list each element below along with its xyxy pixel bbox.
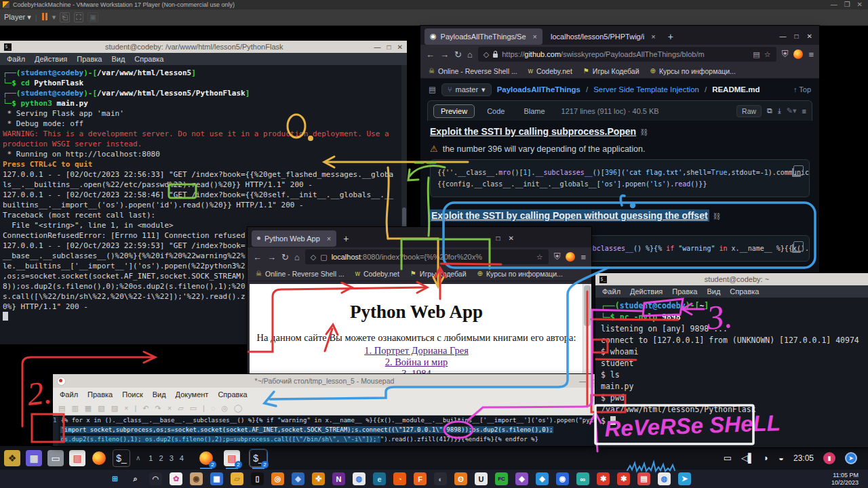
outline-icon[interactable]: ≡ — [802, 107, 806, 115]
bookmark-item[interactable]: ⚑Игры Кодебай — [583, 67, 639, 75]
book-link-1[interactable]: 1. Портрет Дориана Грея — [250, 345, 583, 357]
menu-item-справка[interactable]: Справка — [134, 55, 163, 63]
toolbar-icon[interactable]: ▦ — [85, 404, 92, 413]
app-arrows[interactable]: ✜ — [312, 472, 325, 485]
branch-selector[interactable]: ⑂master ▾ — [441, 83, 492, 96]
bookmark-star-icon[interactable]: ☆ — [764, 50, 771, 59]
minimize-button[interactable]: — — [780, 33, 787, 40]
bookmark-item[interactable]: wCodeby.net — [528, 67, 572, 75]
toolbar-icon[interactable]: ▨ — [111, 404, 118, 413]
app-gear-red[interactable]: ✱ — [597, 472, 610, 485]
titlebar[interactable]: $_ student@codeby: ~ — [595, 273, 868, 285]
bookmark-item[interactable]: ☠Online - Reverse Shell ... — [256, 270, 344, 278]
close-button[interactable]: ✕ — [857, 0, 863, 9]
close-tab-icon[interactable]: × — [651, 33, 655, 41]
reload-icon[interactable]: ↻ — [454, 49, 462, 60]
menu-item-правка[interactable]: Правка — [77, 55, 102, 63]
close-button[interactable]: ✕ — [508, 235, 513, 242]
breadcrumb-repo-link[interactable]: PayloadsAllTheThings — [497, 85, 580, 94]
app-blender[interactable]: ʘ — [454, 472, 467, 485]
app-menu-icon[interactable]: ▦ — [26, 450, 42, 466]
screen-lock-icon[interactable]: ▮ — [823, 452, 835, 464]
pause-dropdown[interactable]: ▾ — [52, 13, 56, 22]
toolbar-icon[interactable]: ↷ — [155, 404, 161, 413]
editor-text-area[interactable]: 1 {% for x in ().__class__.__base__.__su… — [53, 415, 600, 446]
menu-item-вид[interactable]: Вид — [153, 390, 166, 399]
shield-icon[interactable]: ◇ — [311, 253, 316, 262]
chevron-up-icon[interactable]: ∧ — [136, 454, 140, 462]
close-tab-icon[interactable]: × — [327, 235, 331, 243]
url-bar[interactable]: ◇ https://github.com/swisskyrepo/Payload… — [478, 47, 776, 62]
toolbar-icon[interactable]: ◯ — [234, 404, 242, 413]
reader-view-icon[interactable]: ▤ — [753, 50, 760, 59]
toolbar-icon[interactable]: ▭ — [190, 404, 197, 413]
display-icon[interactable]: ▭ — [724, 453, 732, 463]
toolbar-icon[interactable]: ↶ — [142, 404, 149, 413]
maximize-button[interactable]: □ — [496, 235, 500, 242]
book-link-2[interactable]: 2. Война и мир — [250, 357, 583, 368]
app-map-pin[interactable]: ◉ — [556, 472, 569, 485]
copy-code-icon[interactable] — [793, 241, 804, 251]
bookmark-item[interactable]: ⊕Курсы по информаци... — [477, 270, 563, 278]
terminal-icon[interactable]: $_ — [113, 449, 130, 467]
bookmark-item[interactable]: ⚑Игры Кодебай — [410, 270, 467, 278]
app-chrome2[interactable]: ◍ — [658, 472, 671, 485]
tracking-shield-icon[interactable]: ⛨ — [554, 251, 561, 262]
menu-item-правка[interactable]: Правка — [672, 287, 697, 296]
menu-item-справка[interactable]: Справка — [730, 287, 759, 296]
toolbar-icon[interactable]: ▧ — [98, 404, 104, 413]
bookmark-star-icon[interactable]: ☆ — [536, 253, 543, 262]
start-button[interactable]: ⊞ — [108, 472, 121, 485]
menu-icon[interactable]: ≡ — [808, 49, 814, 60]
toolbar-icon[interactable]: ◎ — [221, 404, 228, 413]
app-edge[interactable]: e — [373, 472, 386, 485]
forward-icon[interactable]: → — [267, 252, 276, 262]
ctrl-alt-del-icon[interactable]: ⎗ — [60, 12, 70, 22]
volume-icon[interactable]: ◁▌ — [741, 453, 754, 463]
home-icon[interactable]: ⌂ — [467, 49, 473, 60]
fullscreen-icon[interactable]: ⛶ — [74, 12, 83, 22]
app-onenote[interactable]: N — [332, 472, 345, 485]
edit-pencil-icon[interactable]: ✎▾ — [787, 106, 797, 115]
breadcrumb-section-link[interactable]: Server Side Template Injection — [593, 85, 699, 94]
tracking-shield-icon[interactable]: ⛨ — [782, 49, 789, 60]
menu-item-документ[interactable]: Документ — [176, 390, 209, 399]
app-teal[interactable]: ∞ — [576, 472, 589, 485]
minimize-button[interactable]: — — [481, 235, 488, 242]
maximize-button[interactable]: □ — [387, 43, 391, 51]
player-menu[interactable]: Player ▾ — [4, 13, 31, 22]
copy-icon[interactable]: ⧉ — [767, 106, 772, 115]
tab-blame[interactable]: Blame — [517, 105, 551, 117]
file-manager-icon[interactable]: ▭ — [47, 450, 64, 466]
app-fc[interactable]: FC — [495, 472, 508, 485]
toolbar-icon[interactable]: ▤ — [58, 404, 65, 413]
url-bar[interactable]: ◇ ▢ localhost:8080/index?book={%%20for%2… — [305, 249, 549, 264]
app-calendar[interactable]: ▦ — [210, 472, 223, 485]
toolbar-icon[interactable]: × — [167, 404, 172, 412]
forward-icon[interactable]: → — [440, 49, 449, 60]
app-vs[interactable]: ◆ — [515, 472, 528, 485]
menu-item-правка[interactable]: Правка — [87, 390, 113, 399]
back-icon[interactable]: ← — [426, 49, 435, 60]
bookmark-item[interactable]: ⊕Курсы по информаци... — [650, 67, 736, 75]
close-button[interactable]: ✕ — [397, 43, 403, 51]
minimize-button[interactable]: — — [579, 378, 586, 385]
firefox-account-icon[interactable] — [793, 49, 803, 59]
firefox-icon[interactable] — [91, 450, 107, 466]
toolbar-icon[interactable]: ▥ — [71, 404, 78, 413]
session-icon[interactable]: ➤ — [845, 452, 857, 464]
firefox-account-icon[interactable] — [566, 252, 575, 262]
menu-item-файл[interactable]: Файл — [7, 55, 25, 63]
bookmark-item[interactable]: ☠Online - Reverse Shell ... — [429, 67, 517, 75]
app-unreal[interactable]: U — [475, 472, 488, 485]
menu-item-файл[interactable]: Файл — [60, 390, 78, 399]
clock[interactable]: 23:05 — [793, 453, 814, 463]
menu-item-вид[interactable]: Вид — [111, 55, 125, 63]
terminal-running[interactable]: $_2 — [250, 449, 267, 467]
tab-localhost-phptwig[interactable]: localhost/lesson5/PHPTwig/i × — [545, 28, 661, 45]
windows-clock[interactable]: 11:05 PM 10/2/2023 — [831, 472, 863, 487]
minimize-button[interactable]: — — [374, 43, 381, 51]
titlebar[interactable]: $_ student@codeby: /var/www/html/lesson5… — [0, 41, 407, 53]
toolbar-icon[interactable]: ◌ — [211, 404, 216, 412]
home-icon[interactable]: ⌂ — [294, 252, 300, 262]
